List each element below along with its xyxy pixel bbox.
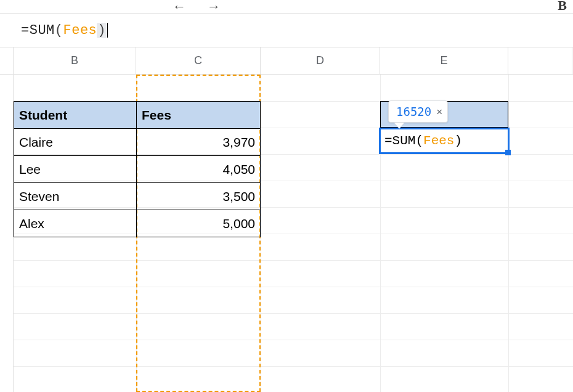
cell-formula-fn: SUM	[392, 134, 416, 148]
arrow-right-icon[interactable]: →	[207, 0, 221, 15]
formula-fn: SUM	[30, 23, 55, 38]
cell-formula-ref: Fees	[423, 134, 454, 148]
col-header-b[interactable]: B	[14, 47, 136, 74]
data-table: Student Fees Claire 3,970 Lee 4,050 Stev…	[14, 101, 261, 237]
col-header-f[interactable]	[508, 47, 572, 74]
toolbar-strip: ← → B	[0, 0, 573, 14]
corner-cell[interactable]	[0, 47, 14, 74]
cell-student[interactable]: Lee	[14, 156, 137, 182]
formula-close: )	[97, 23, 107, 38]
header-student[interactable]: Student	[14, 102, 137, 128]
row-gutter	[0, 75, 14, 392]
cell-fee[interactable]: 5,000	[137, 210, 260, 237]
cell-formula-eq: =	[384, 134, 392, 148]
table-row: Lee 4,050	[14, 156, 260, 183]
formula-preview-tooltip: 16520 ×	[388, 100, 448, 123]
active-cell[interactable]: = SUM ( Fees )	[379, 128, 510, 154]
cell-formula-open: (	[415, 134, 423, 148]
column-header-row: B C D E	[0, 47, 573, 75]
arrow-left-icon[interactable]: ←	[173, 0, 186, 15]
formula-ref: Fees	[63, 23, 97, 38]
spreadsheet-grid[interactable]: Student Fees Claire 3,970 Lee 4,050 Stev…	[0, 75, 573, 392]
cell-fee[interactable]: 3,500	[137, 183, 260, 210]
formula-bar[interactable]: = SUM ( Fees )	[0, 14, 573, 47]
preview-value: 16520	[396, 105, 431, 118]
formula-open: (	[55, 23, 63, 38]
close-icon[interactable]: ×	[436, 107, 442, 117]
col-header-e[interactable]: E	[380, 47, 508, 74]
table-row: Steven 3,500	[14, 183, 260, 210]
formula-eq: =	[21, 23, 30, 38]
table-row: Claire 3,970	[14, 129, 260, 156]
cell-fee[interactable]: 3,970	[137, 129, 260, 155]
cell-student[interactable]: Steven	[14, 183, 137, 210]
col-header-c[interactable]: C	[136, 47, 261, 74]
text-cursor	[107, 23, 108, 38]
tooltip-tail	[394, 123, 404, 128]
col-header-d[interactable]: D	[261, 47, 380, 74]
cell-student[interactable]: Claire	[14, 129, 137, 155]
cell-formula-close: )	[454, 134, 462, 148]
table-row: Alex 5,000	[14, 210, 260, 237]
cell-fee[interactable]: 4,050	[137, 156, 260, 182]
fill-handle[interactable]	[505, 150, 511, 155]
header-fees[interactable]: Fees	[137, 102, 260, 128]
table-header-row: Student Fees	[14, 102, 260, 129]
bold-button[interactable]: B	[558, 0, 567, 14]
cell-student[interactable]: Alex	[14, 210, 137, 237]
